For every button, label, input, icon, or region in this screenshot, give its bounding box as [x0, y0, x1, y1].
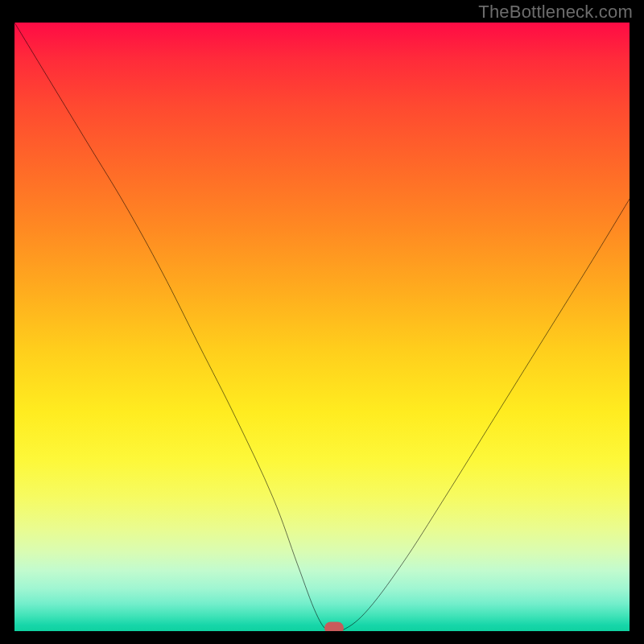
- watermark-text: TheBottleneck.com: [478, 2, 633, 23]
- curve-path: [14, 23, 630, 631]
- plot-area: [14, 23, 630, 631]
- curve-svg: [14, 23, 630, 631]
- optimum-marker: [324, 622, 344, 631]
- chart-frame: TheBottleneck.com: [0, 0, 644, 644]
